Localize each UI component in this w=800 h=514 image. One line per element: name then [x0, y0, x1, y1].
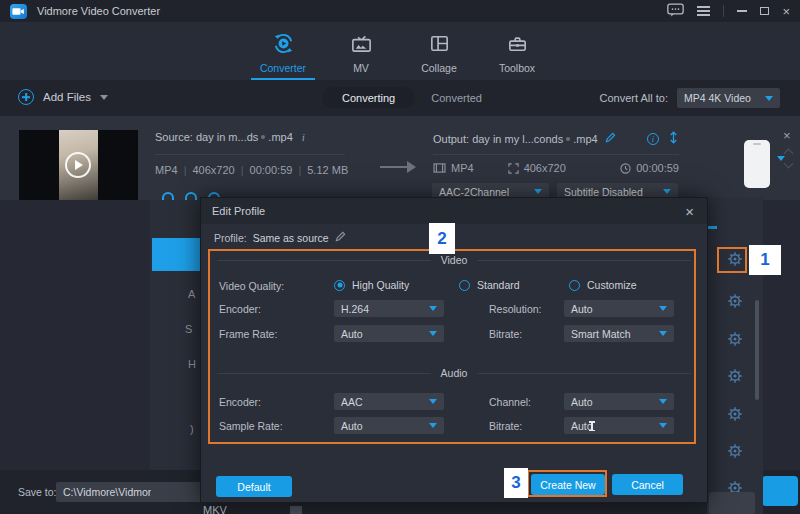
save-path-input[interactable]: C:\Vidmore\Vidmor	[56, 482, 202, 502]
minimize-button[interactable]	[737, 10, 747, 12]
video-thumbnail[interactable]	[19, 130, 138, 200]
chevron-down-icon	[659, 331, 667, 336]
output-filename: Output: day in my l...conds	[433, 133, 563, 145]
move-down-icon[interactable]	[784, 159, 794, 169]
text-cursor	[591, 421, 593, 431]
video-encoder-label: Encoder:	[219, 303, 261, 315]
video-bitrate-dropdown[interactable]: Smart Match	[564, 325, 674, 342]
scrollbar[interactable]	[755, 300, 759, 400]
dialog-title: Edit Profile	[212, 205, 265, 217]
chevron-down-icon	[534, 189, 542, 194]
radio-high-quality[interactable]: High Quality	[334, 279, 409, 291]
gear-icon[interactable]	[727, 251, 743, 267]
close-button[interactable]: ×	[782, 5, 790, 18]
create-new-button[interactable]: Create New	[531, 474, 605, 495]
duration-icon	[620, 163, 631, 174]
audio-bitrate-label: Bitrate:	[489, 420, 522, 432]
chevron-down-icon	[429, 306, 437, 311]
tab-converted[interactable]: Converted	[431, 92, 482, 104]
default-button[interactable]: Default	[216, 476, 292, 497]
panel-footer-partial	[709, 492, 755, 514]
output-info: Output: day in my l...conds .mp4 i	[433, 131, 679, 146]
tab-label: Converter	[260, 62, 306, 74]
film-icon	[433, 163, 446, 173]
tab-collage[interactable]: Collage	[404, 22, 474, 80]
samplerate-label: Sample Rate:	[219, 420, 283, 432]
format-list-fragment: )	[190, 423, 194, 435]
radio-icon	[334, 280, 345, 291]
tab-toolbox[interactable]: Toolbox	[482, 22, 552, 80]
convert-all-dropdown[interactable]: MP4 4K Video	[677, 88, 780, 108]
gear-icon[interactable]	[727, 406, 743, 422]
tab-label: Toolbox	[499, 62, 535, 74]
output-ext: .mp4	[573, 133, 597, 145]
rename-icon[interactable]	[605, 132, 616, 145]
tab-mv[interactable]: MV	[326, 22, 396, 80]
radio-icon	[459, 280, 470, 291]
chevron-down-icon	[429, 399, 437, 404]
annotation-badge-2: 2	[429, 223, 455, 254]
maximize-button[interactable]	[760, 7, 769, 15]
tab-label: MV	[353, 62, 369, 74]
output-meta: MP4 406x720 00:00:59	[433, 162, 679, 174]
add-files-label: Add Files	[43, 91, 91, 103]
titlebar-separator	[723, 5, 724, 17]
gear-icon[interactable]	[727, 443, 743, 459]
gear-icon[interactable]	[727, 293, 743, 309]
chevron-down-icon	[659, 423, 667, 428]
cut-icon[interactable]	[162, 192, 174, 200]
video-section-header: Video	[217, 254, 691, 266]
video-quality-label: Video Quality:	[219, 280, 284, 292]
tab-converting[interactable]: Converting	[322, 87, 415, 108]
radio-standard[interactable]: Standard	[459, 279, 520, 291]
toolbar: Add Files Converting Converted Convert A…	[0, 80, 800, 116]
audio-bitrate-dropdown[interactable]: Auto	[564, 417, 674, 434]
samplerate-dropdown[interactable]: Auto	[334, 417, 444, 434]
list-fragment-box	[290, 506, 302, 514]
chevron-down-icon	[659, 306, 667, 311]
selected-format-item-partial[interactable]	[152, 238, 200, 271]
edit-profile-name-icon[interactable]	[335, 231, 346, 244]
format-list-fragment: S	[185, 323, 192, 335]
video-encoder-dropdown[interactable]: H.264	[334, 300, 444, 317]
chevron-down-icon	[659, 399, 667, 404]
channel-dropdown[interactable]: Auto	[564, 393, 674, 410]
remove-file-icon[interactable]: ×	[783, 128, 791, 143]
add-files-button[interactable]: Add Files	[18, 89, 108, 105]
main-nav: Converter MV Collage Toolbox	[0, 22, 800, 80]
radio-customize[interactable]: Customize	[569, 279, 637, 291]
resolution-icon	[508, 163, 519, 174]
gear-icon[interactable]	[727, 331, 743, 347]
collage-icon	[428, 32, 451, 57]
converter-icon	[272, 32, 295, 57]
crop-icon[interactable]	[185, 192, 197, 200]
feedback-icon[interactable]	[667, 3, 684, 20]
tab-label: Collage	[421, 62, 457, 74]
source-filename: Source: day in m...ds	[155, 131, 258, 143]
audio-section-header: Audio	[217, 367, 691, 379]
save-to-label: Save to:	[18, 486, 57, 498]
output-info-icon[interactable]: i	[647, 133, 659, 145]
cancel-button[interactable]: Cancel	[612, 474, 683, 495]
play-icon[interactable]	[65, 152, 91, 178]
profile-value: Same as source	[253, 232, 329, 244]
menu-icon[interactable]	[697, 6, 710, 16]
video-bitrate-label: Bitrate:	[489, 328, 522, 340]
framerate-dropdown[interactable]: Auto	[334, 325, 444, 342]
audio-encoder-dropdown[interactable]: AAC	[334, 393, 444, 410]
convert-all-button-partial[interactable]	[762, 476, 798, 506]
device-preview-icon[interactable]	[744, 140, 770, 188]
audio-encoder-label: Encoder:	[219, 396, 261, 408]
divider	[155, 154, 345, 155]
source-info-icon[interactable]: i	[302, 131, 305, 143]
window-title: Vidmore Video Converter	[37, 5, 160, 17]
gear-icon[interactable]	[727, 368, 743, 384]
resolution-dropdown[interactable]: Auto	[564, 300, 674, 317]
move-up-icon[interactable]	[784, 149, 794, 159]
tab-converter[interactable]: Converter	[248, 22, 318, 80]
dialog-close-icon[interactable]: ×	[685, 203, 694, 220]
source-meta: MP4| 406x720| 00:00:59| 5.12 MB	[155, 164, 348, 176]
device-chevron-down-icon[interactable]	[777, 156, 785, 161]
divider	[433, 154, 679, 155]
compare-icon[interactable]	[668, 131, 679, 146]
